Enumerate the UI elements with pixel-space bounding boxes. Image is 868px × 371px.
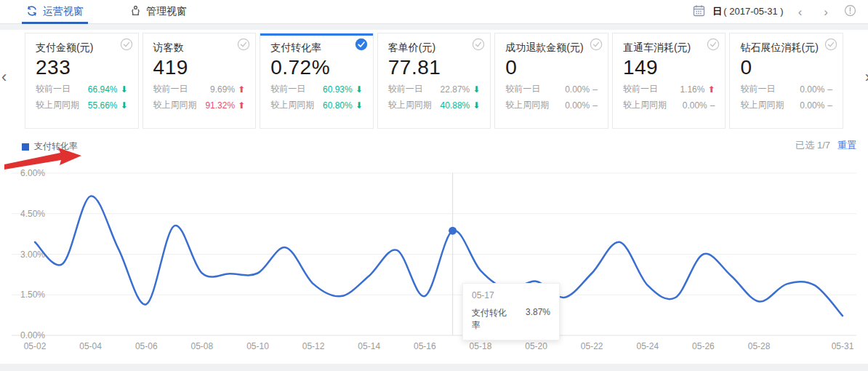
topbar: 运营视窗 管理视窗 日( 2017-05-31 ) ‹ › <box>0 0 868 24</box>
compare-label: 较上周同期 <box>505 99 549 111</box>
compare-label: 较上周同期 <box>270 99 314 111</box>
tooltip-series-label: 支付转化率 <box>472 307 513 332</box>
dashboard: 运营视窗 管理视窗 日( 2017-05-31 ) ‹ › ‹ 支付金额(元)2… <box>0 0 868 371</box>
card-checkbox-icon[interactable] <box>472 38 485 51</box>
card-title: 直通车消耗(元) <box>623 41 715 55</box>
metric-card-3[interactable]: 客单价(元)77.81较前一日22.87%⬇较上周同期40.88%⬇ <box>377 33 491 129</box>
card-title: 成功退款金额(元) <box>505 41 598 55</box>
compare-value: 91.32% <box>205 100 235 111</box>
compare-value: 55.66% <box>88 100 118 111</box>
svg-text:4.50%: 4.50% <box>20 209 45 219</box>
svg-text:05-20: 05-20 <box>525 341 547 351</box>
svg-text:6.00%: 6.00% <box>20 168 45 178</box>
tab-operation-view[interactable]: 运营视窗 <box>22 0 88 23</box>
metric-cards-area: ‹ 支付金额(元)233较前一日66.94%⬇较上周同期55.66%⬇访客数41… <box>0 30 868 132</box>
compare-value: 0.00% <box>565 84 590 95</box>
card-checkbox-checked-icon[interactable] <box>355 38 368 51</box>
card-value: 77.81 <box>388 56 481 79</box>
compare-label: 较上周同期 <box>153 99 197 111</box>
compare-value: 40.88% <box>441 100 470 111</box>
card-checkbox-icon[interactable] <box>590 38 603 51</box>
card-compare-row: 较上周同期0.00%– <box>505 99 598 111</box>
compare-value: 0.00% <box>800 84 824 95</box>
compare-value: 60.80% <box>323 100 353 111</box>
card-title: 支付转化率 <box>270 41 363 55</box>
compare-value: 0.00% <box>800 100 824 111</box>
compare-value: 0.00% <box>565 100 590 111</box>
card-value: 149 <box>623 56 715 79</box>
trend-up-icon: ⬆ <box>238 101 245 110</box>
bottom-strip <box>0 364 868 371</box>
card-title: 支付金额(元) <box>36 41 128 55</box>
card-compare-row: 较上周同期91.32%⬆ <box>153 99 246 111</box>
metric-card-4[interactable]: 成功退款金额(元)0较前一日0.00%–较上周同期0.00%– <box>494 33 608 129</box>
date-selector[interactable]: 日( 2017-05-31 ) <box>712 5 783 18</box>
svg-text:05-28: 05-28 <box>748 341 771 351</box>
svg-text:05-02: 05-02 <box>24 341 47 351</box>
card-compare-row: 较前一日0.00%– <box>505 83 598 95</box>
card-value: 419 <box>153 56 246 79</box>
chart-tooltip: 05-17 支付转化率 3.87% <box>462 283 560 340</box>
metric-card-6[interactable]: 钻石展位消耗(元)0较前一日0.00%–较上周同期0.00%– <box>729 33 843 129</box>
card-compare-row: 较前一日1.16%⬆ <box>623 83 715 95</box>
svg-text:05-06: 05-06 <box>135 341 158 351</box>
compare-value: 60.93% <box>323 84 353 95</box>
card-compare-row: 较上周同期0.00%– <box>740 99 832 111</box>
card-checkbox-icon[interactable] <box>120 38 133 51</box>
trend-flat-icon: – <box>592 85 598 94</box>
date-mode: 日 <box>712 6 722 17</box>
trend-chart-section: 支付转化率 已选 1/7重置 0.00%1.50%3.00%4.50%6.00%… <box>0 132 868 364</box>
metric-card-1[interactable]: 访客数419较前一日9.69%⬆较上周同期91.32%⬆ <box>142 33 257 129</box>
svg-text:05-16: 05-16 <box>414 341 436 351</box>
trend-flat-icon: – <box>592 101 598 110</box>
svg-text:05-12: 05-12 <box>302 341 325 351</box>
next-day-chevron-icon[interactable]: › <box>816 6 835 18</box>
compare-label: 较上周同期 <box>36 99 79 111</box>
metric-card-2[interactable]: 支付转化率0.72%较前一日60.93%⬇较上周同期60.80%⬇ <box>260 33 374 129</box>
trend-up-icon: ⬆ <box>707 85 715 94</box>
metric-card-5[interactable]: 直通车消耗(元)149较前一日1.16%⬆较上周同期0.00%– <box>612 33 726 129</box>
svg-text:05-31: 05-31 <box>832 341 854 351</box>
compare-label: 较上周同期 <box>740 99 784 111</box>
compare-label: 较前一日 <box>36 83 71 95</box>
card-value: 0.72% <box>270 56 363 79</box>
svg-text:05-08: 05-08 <box>191 341 214 351</box>
trend-flat-icon: – <box>710 101 715 110</box>
card-checkbox-icon[interactable] <box>824 38 837 51</box>
card-checkbox-icon[interactable] <box>707 38 720 51</box>
compare-value: 22.87% <box>441 84 470 95</box>
tooltip-value: 3.87% <box>526 307 550 332</box>
svg-text:1.50%: 1.50% <box>20 290 45 300</box>
compare-label: 较上周同期 <box>388 99 432 111</box>
calendar-icon[interactable] <box>693 4 705 20</box>
reset-link[interactable]: 重置 <box>837 140 856 151</box>
prev-day-chevron-icon[interactable]: ‹ <box>791 6 810 18</box>
management-view-icon <box>130 5 141 19</box>
svg-text:0.00%: 0.00% <box>20 330 45 340</box>
compare-value: 66.94% <box>88 84 118 95</box>
info-icon[interactable] <box>844 4 856 20</box>
tab-label: 运营视窗 <box>43 5 84 18</box>
trend-down-icon: ⬇ <box>473 101 480 110</box>
card-compare-row: 较前一日9.69%⬆ <box>153 83 246 95</box>
compare-label: 较上周同期 <box>623 99 667 111</box>
cards-scroll-right-chevron-icon[interactable]: › <box>865 68 868 87</box>
card-compare-row: 较前一日66.94%⬇ <box>36 83 128 95</box>
card-compare-row: 较前一日0.00%– <box>740 83 832 95</box>
trend-down-icon: ⬇ <box>121 85 128 94</box>
compare-value: 9.69% <box>210 84 235 95</box>
trend-flat-icon: – <box>827 101 832 110</box>
trend-up-icon: ⬆ <box>238 85 245 94</box>
compare-label: 较前一日 <box>505 83 540 95</box>
compare-label: 较前一日 <box>270 83 305 95</box>
card-checkbox-icon[interactable] <box>237 38 250 51</box>
conversion-trend-chart[interactable]: 0.00%1.50%3.00%4.50%6.00%05-0205-0405-06… <box>0 165 868 356</box>
card-value: 233 <box>36 56 128 79</box>
metric-card-0[interactable]: 支付金额(元)233较前一日66.94%⬇较上周同期55.66%⬇ <box>25 33 139 129</box>
compare-value: 0.00% <box>683 100 707 111</box>
tab-management-view[interactable]: 管理视窗 <box>126 0 191 23</box>
card-compare-row: 较前一日60.93%⬇ <box>270 83 363 95</box>
svg-text:05-24: 05-24 <box>636 341 659 351</box>
trend-down-icon: ⬇ <box>355 85 363 94</box>
cards-scroll-left-chevron-icon[interactable]: ‹ <box>1 68 7 87</box>
